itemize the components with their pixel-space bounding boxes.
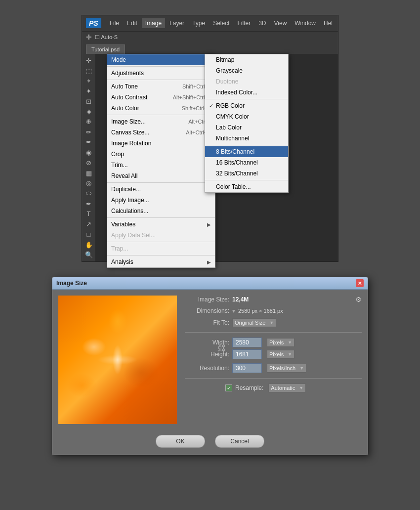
height-row: Height: Pixels ▼	[185, 349, 294, 359]
menu-item-image-rotation[interactable]: Image Rotation ▶	[107, 138, 215, 149]
menu-file[interactable]: File	[106, 18, 123, 28]
dimensions-label: Dimensions:	[185, 307, 229, 314]
canvas-area: Mode ▶ Adjustments ▶ Auto Tone Shift+Ctr…	[96, 54, 338, 261]
menu-layer[interactable]: Layer	[166, 18, 188, 28]
menu-image[interactable]: Image	[142, 18, 165, 28]
resolution-unit-select[interactable]: Pixels/Inch ▼	[267, 364, 306, 373]
menu-item-mode[interactable]: Mode ▶	[107, 54, 215, 65]
dimensions-triangle-icon[interactable]: ▼	[231, 308, 236, 314]
menu-item-auto-contrast[interactable]: Auto Contrast Alt+Shift+Ctrl+L	[107, 92, 215, 103]
height-unit-value: Pixels	[269, 351, 284, 357]
tool-type[interactable]: T	[84, 210, 94, 219]
sep-7	[107, 255, 215, 255]
menu-item-apply-image[interactable]: Apply Image...	[107, 195, 215, 206]
dialog-title: Image Size	[56, 280, 87, 287]
menu-item-image-size[interactable]: Image Size... Alt+Ctrl+I	[107, 116, 215, 127]
tool-healing[interactable]: ✙	[84, 117, 94, 127]
menu-item-analysis[interactable]: Analysis ▶	[107, 256, 215, 267]
sep-2	[107, 80, 215, 80]
submenu-8bits[interactable]: 8 Bits/Channel	[205, 146, 288, 157]
options-bar: ✛ ☐ Auto-S	[82, 31, 338, 42]
tool-eyedropper[interactable]: ◈	[84, 107, 94, 117]
fit-to-dropdown-icon: ▼	[269, 320, 274, 325]
height-unit-select[interactable]: Pixels ▼	[267, 350, 294, 359]
menu-item-auto-color[interactable]: Auto Color Shift+Ctrl+B	[107, 103, 215, 114]
resolution-input[interactable]	[232, 363, 262, 373]
menu-item-auto-tone[interactable]: Auto Tone Shift+Ctrl+L	[107, 81, 215, 92]
tool-dodge[interactable]: ⬭	[84, 189, 94, 198]
tool-gradient[interactable]: ▦	[84, 169, 94, 178]
mode-sep-1	[205, 99, 288, 99]
submenu-bitmap[interactable]: Bitmap	[205, 54, 288, 65]
dialog-close-button[interactable]: ✕	[356, 279, 364, 287]
cancel-button[interactable]: Cancel	[215, 435, 264, 448]
fit-to-select[interactable]: Original Size ▼	[232, 318, 276, 327]
gear-icon[interactable]: ⚙	[355, 296, 362, 303]
tool-crop[interactable]: ⊡	[84, 97, 94, 106]
tool-history[interactable]: ◉	[84, 148, 94, 157]
menu-item-reveal-all[interactable]: Reveal All	[107, 170, 215, 181]
menu-view[interactable]: View	[271, 18, 291, 28]
tool-move[interactable]: ✛	[84, 56, 94, 65]
submenu-rgb-color[interactable]: ✓ RGB Color	[205, 100, 288, 111]
submenu-multichannel[interactable]: Multichannel	[205, 133, 288, 144]
tool-pen[interactable]: ✒	[84, 199, 94, 209]
auto-select-checkbox[interactable]: ☐ Auto-S	[95, 34, 118, 41]
tool-hand[interactable]: ✋	[84, 240, 94, 250]
menu-type[interactable]: Type	[189, 18, 209, 28]
resample-select[interactable]: Automatic ▼	[268, 383, 306, 392]
resample-row: Resample: Automatic ▼	[185, 383, 362, 392]
menu-3d[interactable]: 3D	[255, 18, 269, 28]
menu-window[interactable]: Window	[291, 18, 319, 28]
tool-brush[interactable]: ✏	[84, 128, 94, 137]
chain-link-icon: ⛓	[218, 343, 225, 354]
tool-blur[interactable]: ◎	[84, 178, 94, 188]
menu-item-calculations[interactable]: Calculations...	[107, 206, 215, 216]
tool-lasso[interactable]: ⌖	[84, 76, 94, 85]
tool-magic-wand[interactable]: ✦	[84, 86, 94, 96]
resolution-row: Resolution: Pixels/Inch ▼	[185, 363, 362, 373]
resample-checkbox[interactable]	[225, 384, 232, 391]
tool-shape[interactable]: □	[84, 230, 94, 239]
submenu-grayscale[interactable]: Grayscale	[205, 65, 288, 76]
submenu-16bits[interactable]: 16 Bits/Channel	[205, 157, 288, 168]
menu-item-duplicate[interactable]: Duplicate...	[107, 184, 215, 195]
menu-item-trim[interactable]: Trim...	[107, 160, 215, 170]
image-size-value: 12,4M	[232, 296, 249, 303]
width-unit-value: Pixels	[269, 340, 284, 345]
submenu-color-table[interactable]: Color Table...	[205, 181, 288, 192]
ok-button[interactable]: OK	[156, 435, 205, 448]
separator-1	[185, 332, 362, 333]
tool-zoom[interactable]: 🔍	[84, 250, 94, 259]
menu-edit[interactable]: Edit	[124, 18, 141, 28]
height-input[interactable]	[232, 349, 262, 359]
tool-marquee[interactable]: ⬚	[84, 66, 94, 76]
move-tool-icon: ✛	[86, 33, 92, 41]
tool-path-select[interactable]: ↗	[84, 219, 94, 229]
separator-2	[185, 378, 362, 379]
menu-item-crop[interactable]: Crop	[107, 149, 215, 160]
dialog-titlebar: Image Size ✕	[52, 277, 368, 290]
width-unit-select[interactable]: Pixels ▼	[267, 338, 294, 347]
mode-sep-2	[205, 145, 288, 145]
submenu-indexed-color[interactable]: Indexed Color...	[205, 87, 288, 98]
menu-help[interactable]: Hel	[320, 18, 336, 28]
tool-clone[interactable]: ✒	[84, 138, 94, 147]
sep-4	[107, 182, 215, 183]
submenu-lab-color[interactable]: Lab Color	[205, 122, 288, 133]
menu-item-adjustments[interactable]: Adjustments ▶	[107, 68, 215, 79]
menu-item-canvas-size[interactable]: Canvas Size... Alt+Ctrl+C	[107, 127, 215, 138]
tool-eraser[interactable]: ⊘	[84, 158, 94, 168]
document-tabs: Tutorial.psd	[82, 42, 338, 54]
submenu-32bits[interactable]: 32 Bits/Channel	[205, 168, 288, 179]
resample-label: Resample:	[235, 384, 263, 391]
document-tab[interactable]: Tutorial.psd	[86, 44, 125, 54]
submenu-cmyk-color[interactable]: CMYK Color	[205, 111, 288, 122]
resample-dropdown-icon: ▼	[299, 385, 303, 390]
sep-3	[107, 115, 215, 115]
width-input[interactable]	[232, 338, 262, 347]
menu-item-variables[interactable]: Variables ▶	[107, 219, 215, 230]
menu-select[interactable]: Select	[210, 18, 233, 28]
menu-filter[interactable]: Filter	[234, 18, 254, 28]
fit-to-label: Fit To:	[185, 319, 229, 326]
